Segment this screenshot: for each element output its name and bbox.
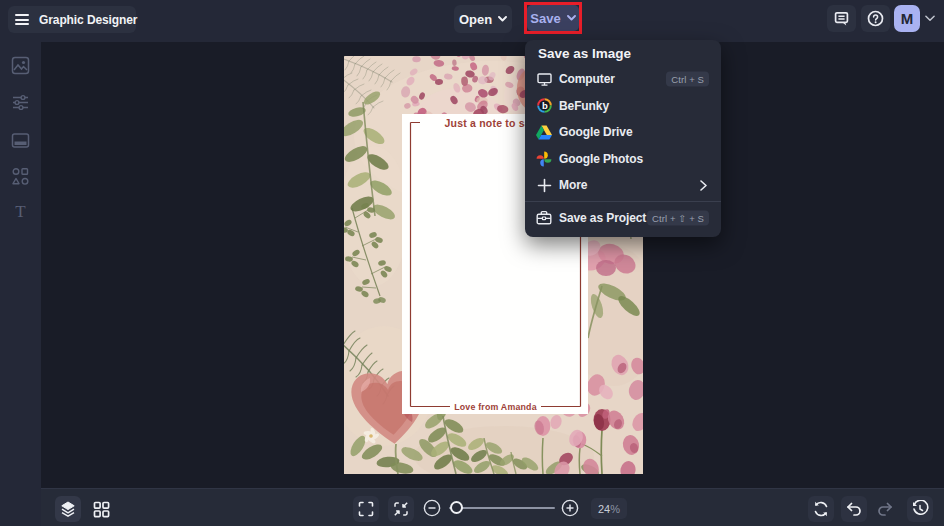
svg-text:Love from Amanda: Love from Amanda (454, 402, 537, 412)
svg-text:b: b (541, 100, 547, 111)
svg-text:T: T (15, 202, 26, 221)
